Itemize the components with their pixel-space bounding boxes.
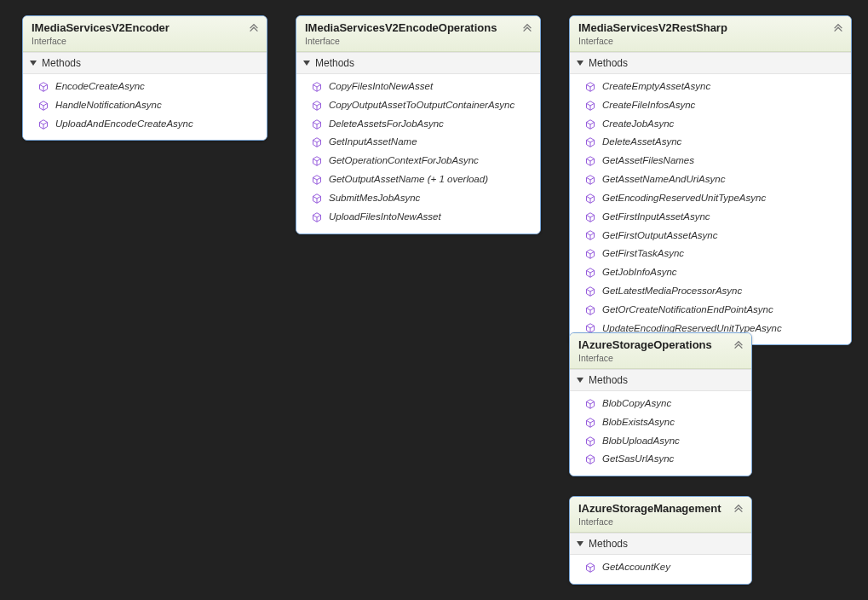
method-item[interactable]: DeleteAssetsForJobAsync (296, 115, 540, 134)
method-item[interactable]: CopyOutputAssetToOutputContainerAsync (296, 96, 540, 115)
method-cube-icon (585, 82, 595, 92)
chevron-up-icon[interactable] (248, 23, 260, 35)
card-stereotype: Interface (305, 36, 532, 46)
method-item[interactable]: GetEncodingReservedUnitTypeAsync (570, 189, 851, 208)
methods-section-header[interactable]: Methods (296, 52, 540, 74)
method-item[interactable]: CreateFileInfosAsync (570, 96, 851, 115)
expand-triangle-icon (577, 61, 583, 66)
card-title: IAzureStorageOperations (578, 338, 743, 351)
method-label: UploadFilesIntoNewAsset (329, 210, 441, 225)
method-label: BlobExistsAsync (602, 415, 675, 430)
method-cube-icon (585, 212, 595, 222)
methods-section-header[interactable]: Methods (23, 52, 267, 74)
card-title: IMediaServicesV2RestSharp (578, 21, 842, 34)
method-cube-icon (312, 137, 322, 147)
method-item[interactable]: GetJobInfoAsync (570, 263, 851, 282)
method-cube-icon (585, 156, 595, 166)
method-item[interactable]: BlobUploadAsync (570, 432, 751, 451)
expand-triangle-icon (577, 541, 583, 546)
method-item[interactable]: CopyFilesIntoNewAsset (296, 78, 540, 96)
method-item[interactable]: UploadFilesIntoNewAsset (296, 208, 540, 227)
method-label: CreateFileInfosAsync (602, 98, 695, 113)
method-item[interactable]: GetSasUrlAsync (570, 450, 751, 469)
methods-list: CopyFilesIntoNewAssetCopyOutputAssetToOu… (296, 74, 540, 234)
method-cube-icon (585, 119, 595, 130)
method-cube-icon (585, 137, 595, 147)
chevron-up-icon[interactable] (733, 504, 744, 516)
card-header: IMediaServicesV2Encoder Interface (23, 16, 267, 52)
method-item[interactable]: CreateEmptyAssetAsync (570, 78, 851, 96)
methods-section-header[interactable]: Methods (570, 52, 851, 74)
expand-triangle-icon (303, 61, 310, 66)
method-cube-icon (585, 399, 595, 409)
method-cube-icon (585, 230, 595, 240)
method-item[interactable]: GetAssetNameAndUriAsync (570, 170, 851, 189)
method-label: GetFirstOutputAssetAsync (602, 228, 718, 244)
chevron-up-icon[interactable] (521, 23, 533, 35)
method-cube-icon (585, 193, 595, 204)
method-item[interactable]: CreateJobAsync (570, 115, 851, 134)
method-item[interactable]: GetAssetFilesNames (570, 152, 851, 170)
method-label: EncodeCreateAsync (55, 79, 145, 95)
method-item[interactable]: GetOperationContextForJobAsync (296, 152, 540, 170)
method-label: GetOrCreateNotificationEndPointAsync (602, 303, 773, 318)
method-cube-icon (312, 175, 322, 185)
card-header: IAzureStorageManagement Interface (570, 497, 751, 533)
methods-list: GetAccountKey (570, 555, 751, 584)
method-label: GetInputAssetName (329, 135, 417, 150)
class-card-storage-management[interactable]: IAzureStorageManagement Interface Method… (569, 496, 752, 585)
card-stereotype: Interface (578, 36, 842, 46)
method-label: CopyFilesIntoNewAsset (329, 79, 433, 95)
method-cube-icon (585, 268, 595, 278)
method-item[interactable]: EncodeCreateAsync (23, 78, 267, 96)
method-item[interactable]: HandleNotificationAsync (23, 96, 267, 115)
method-item[interactable]: SubmitMesJobAsync (296, 189, 540, 208)
method-cube-icon (585, 175, 595, 185)
methods-section-header[interactable]: Methods (570, 369, 751, 391)
methods-section-header[interactable]: Methods (570, 533, 751, 555)
method-item[interactable]: UploadAndEncodeCreateAsync (23, 115, 267, 134)
method-item[interactable]: BlobExistsAsync (570, 413, 751, 432)
method-cube-icon (312, 82, 322, 92)
method-label: GetAssetFilesNames (602, 153, 694, 169)
section-label: Methods (42, 57, 81, 69)
method-label: GetEncodingReservedUnitTypeAsync (602, 191, 766, 206)
methods-list: BlobCopyAsyncBlobExistsAsyncBlobUploadAs… (570, 391, 751, 476)
method-item[interactable]: GetFirstTaskAsync (570, 245, 851, 263)
method-cube-icon (312, 193, 322, 204)
method-item[interactable]: GetInputAssetName (296, 133, 540, 152)
method-item[interactable]: GetOutputAssetName (+ 1 overload) (296, 170, 540, 189)
method-item[interactable]: GetFirstOutputAssetAsync (570, 227, 851, 245)
expand-triangle-icon (577, 378, 583, 383)
method-label: GetSasUrlAsync (602, 452, 674, 467)
card-title: IAzureStorageManagement (578, 502, 743, 515)
class-card-encoder[interactable]: IMediaServicesV2Encoder Interface Method… (22, 15, 267, 141)
method-item[interactable]: GetFirstInputAssetAsync (570, 208, 851, 227)
methods-list: EncodeCreateAsyncHandleNotificationAsync… (23, 74, 267, 140)
class-card-encode-operations[interactable]: IMediaServicesV2EncodeOperations Interfa… (296, 15, 541, 234)
method-cube-icon (38, 101, 49, 111)
method-label: DeleteAssetsForJobAsync (329, 117, 444, 132)
method-item[interactable]: GetAccountKey (570, 558, 751, 577)
class-card-restsharp[interactable]: IMediaServicesV2RestSharp Interface Meth… (569, 15, 852, 345)
method-cube-icon (38, 82, 49, 92)
method-item[interactable]: BlobCopyAsync (570, 395, 751, 413)
section-label: Methods (589, 538, 628, 550)
method-cube-icon (312, 119, 322, 130)
method-label: UploadAndEncodeCreateAsync (55, 117, 193, 132)
method-cube-icon (585, 249, 595, 259)
method-item[interactable]: DeleteAssetAsync (570, 133, 851, 152)
class-card-storage-operations[interactable]: IAzureStorageOperations Interface Method… (569, 332, 752, 476)
chevron-up-icon[interactable] (832, 23, 844, 35)
chevron-up-icon[interactable] (733, 340, 744, 352)
method-cube-icon (585, 454, 595, 464)
method-cube-icon (38, 119, 49, 130)
method-item[interactable]: GetLatestMediaProcessorAsync (570, 282, 851, 301)
method-item[interactable]: GetOrCreateNotificationEndPointAsync (570, 301, 851, 320)
card-stereotype: Interface (32, 36, 258, 46)
card-title: IMediaServicesV2EncodeOperations (305, 21, 532, 34)
method-cube-icon (585, 305, 595, 315)
method-label: CopyOutputAssetToOutputContainerAsync (329, 98, 514, 113)
card-title: IMediaServicesV2Encoder (32, 21, 258, 34)
method-label: CreateJobAsync (602, 117, 674, 132)
